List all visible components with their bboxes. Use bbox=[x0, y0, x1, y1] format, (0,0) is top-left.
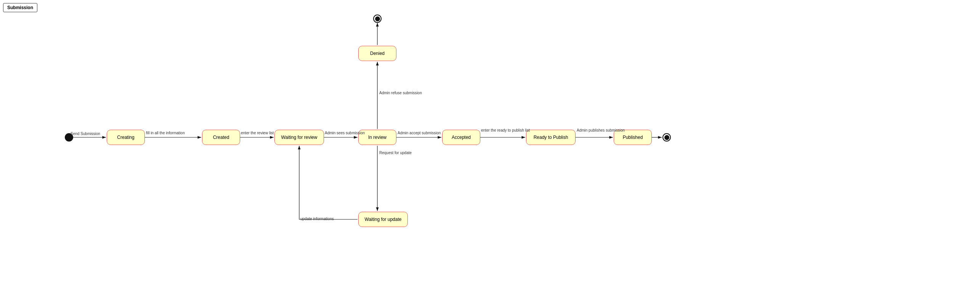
label-admin-publishes: Admin publishes submission bbox=[577, 128, 625, 132]
state-ready-publish: Ready to Publish bbox=[526, 130, 576, 145]
state-waiting-review: Waiting for review bbox=[274, 130, 324, 145]
arrows-svg bbox=[0, 0, 980, 285]
label-send-submission: Send Submission bbox=[71, 132, 100, 136]
end-circle-top bbox=[373, 14, 382, 23]
label-admin-refuse: Admin refuse submission bbox=[379, 91, 422, 95]
label-admin-accept: Admin accept submission bbox=[398, 131, 441, 135]
diagram-container: Submission bbox=[0, 0, 980, 285]
label-enter-ready: enter the ready to publish list bbox=[481, 128, 530, 132]
label-admin-sees: Admin sees submission bbox=[325, 131, 365, 135]
state-accepted: Accepted bbox=[442, 130, 480, 145]
state-waiting-update: Waiting for update bbox=[358, 212, 408, 227]
label-fill-info: fill in all the information bbox=[146, 131, 185, 135]
label-update-info: update informations bbox=[300, 217, 334, 221]
label-enter-review-list: enter the review list bbox=[241, 131, 274, 135]
state-created: Created bbox=[202, 130, 240, 145]
label-request-update: Request for update bbox=[379, 151, 412, 155]
title-badge: Submission bbox=[3, 3, 37, 12]
state-creating: Creating bbox=[107, 130, 145, 145]
end-circle-right bbox=[662, 133, 671, 142]
state-denied: Denied bbox=[358, 46, 396, 61]
